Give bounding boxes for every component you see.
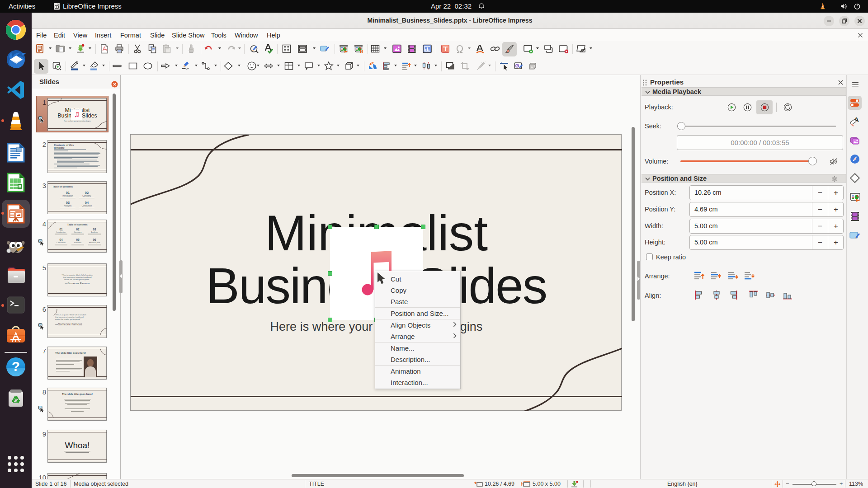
svg-text:?: ? — [12, 359, 20, 374]
